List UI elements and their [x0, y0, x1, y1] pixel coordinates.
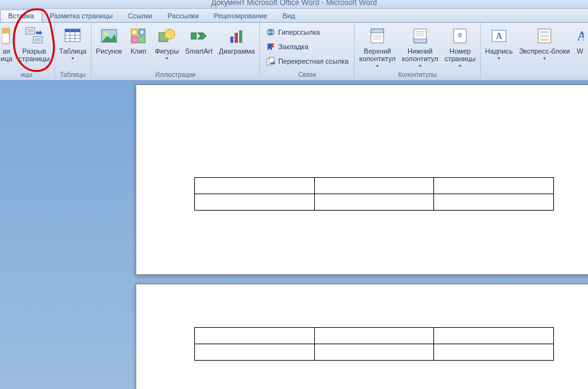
- chevron-down-icon: ▼: [71, 56, 75, 61]
- table-row: [195, 178, 554, 194]
- bookmark-button[interactable]: Закладка: [262, 40, 352, 54]
- smartart-icon: [189, 26, 209, 46]
- tab-review[interactable]: Рецензирование: [206, 10, 275, 22]
- shapes-label: Фигуры: [155, 47, 179, 55]
- bookmark-label: Закладка: [278, 43, 309, 50]
- svg-rect-29: [239, 30, 242, 43]
- chart-label: Диаграмма: [219, 47, 255, 55]
- clip-label: Клип: [131, 47, 146, 55]
- clip-button[interactable]: Клип: [125, 24, 151, 57]
- svg-rect-51: [540, 35, 549, 37]
- tab-insert[interactable]: Вставка: [0, 9, 42, 22]
- svg-rect-1: [2, 28, 9, 33]
- wordart-button[interactable]: A W: [573, 24, 584, 57]
- chevron-down-icon: ▼: [165, 56, 169, 61]
- svg-text:A: A: [577, 29, 584, 43]
- table-row: [195, 194, 554, 211]
- document-page-2[interactable]: [136, 284, 588, 389]
- clip-icon: [128, 26, 148, 46]
- header-icon: [367, 26, 387, 46]
- crossref-button[interactable]: Перекрестная ссылка: [262, 54, 352, 68]
- group-label-illustrations: Иллюстрации: [93, 70, 258, 80]
- page-break-button[interactable]: Разрыв страницы: [16, 24, 53, 64]
- svg-rect-50: [540, 31, 549, 33]
- quickparts-icon: [534, 26, 555, 46]
- chevron-down-icon: ▼: [497, 56, 501, 61]
- header-label: Верхний колонтитул: [359, 47, 396, 62]
- table-button[interactable]: Таблица ▼: [56, 24, 90, 62]
- shapes-button[interactable]: Фигуры ▼: [151, 24, 182, 62]
- table-icon: [62, 26, 83, 46]
- table-label: Таблица: [59, 47, 86, 55]
- svg-point-17: [104, 32, 108, 36]
- hyperlink-label: Гиперссылка: [278, 28, 320, 36]
- wordart-label: W: [577, 47, 583, 55]
- textbox-icon: A: [489, 26, 509, 46]
- page-break-icon: [24, 26, 44, 46]
- svg-rect-28: [235, 33, 238, 43]
- svg-rect-27: [230, 37, 233, 43]
- textbox-label: Надпись: [485, 47, 513, 55]
- ribbon: аяица Разрыв страницы: [0, 23, 588, 81]
- table-row: [195, 344, 554, 361]
- chart-button[interactable]: Диаграмма: [216, 24, 258, 57]
- svg-text:A: A: [496, 32, 503, 41]
- crossref-icon: [266, 56, 276, 66]
- svg-point-25: [165, 29, 175, 39]
- cover-page-icon: [2, 26, 11, 46]
- crossref-label: Перекрестная ссылка: [278, 57, 349, 65]
- page-number-label: Номер страницы: [445, 47, 476, 62]
- ribbon-tabs: Вставка Разметка страницы Ссылки Рассылк…: [0, 9, 588, 23]
- svg-rect-21: [139, 37, 145, 43]
- svg-rect-20: [131, 37, 138, 43]
- window-title-bar: Документ Microsoft Office Word - Microso…: [0, 0, 588, 9]
- ribbon-group-headerfooter: Верхний колонтитул ▼ Нижний колонтитул ▼…: [355, 23, 480, 80]
- ribbon-group-tables: Таблица ▼ Таблицы: [55, 23, 91, 80]
- bookmark-icon: [266, 42, 276, 52]
- tab-page-layout[interactable]: Разметка страницы: [42, 10, 121, 22]
- quickparts-button[interactable]: Экспресс-блоки ▼: [516, 24, 573, 62]
- group-label-headerfooter: Колонтитулы: [356, 70, 478, 80]
- ribbon-group-pages: аяица Разрыв страницы: [0, 23, 55, 80]
- page-number-button[interactable]: # Номер страницы ▼: [442, 24, 479, 70]
- table-row: [195, 328, 554, 344]
- picture-button[interactable]: Рисунок: [93, 24, 126, 57]
- ribbon-group-illustrations: Рисунок Клип Фигуры: [91, 23, 260, 80]
- document-area: [0, 81, 588, 389]
- document-page-1[interactable]: [136, 84, 588, 275]
- quickparts-label: Экспресс-блоки: [519, 47, 570, 55]
- chevron-down-icon: ▼: [418, 64, 422, 68]
- hyperlink-icon: [266, 27, 276, 37]
- ribbon-group-text: A Надпись ▼ Экспресс-блоки ▼ A W: [481, 23, 585, 80]
- tab-references[interactable]: Ссылки: [121, 10, 160, 22]
- footer-icon: [410, 26, 430, 46]
- svg-rect-52: [540, 38, 549, 41]
- chevron-down-icon: ▼: [458, 64, 462, 68]
- window-title: Документ Microsoft Office Word - Microso…: [211, 0, 377, 7]
- tab-mailings[interactable]: Рассылки: [160, 10, 206, 22]
- svg-point-23: [141, 31, 143, 33]
- smartart-label: SmartArt: [185, 47, 212, 55]
- svg-rect-36: [371, 29, 384, 33]
- smartart-button[interactable]: SmartArt: [182, 24, 215, 57]
- chart-icon: [226, 26, 247, 46]
- cover-page-button[interactable]: аяица: [0, 24, 16, 64]
- ribbon-group-links: Гиперссылка Закладка Перекрестная ссылка…: [260, 23, 355, 80]
- shapes-icon: [156, 26, 177, 46]
- svg-rect-11: [65, 29, 80, 32]
- picture-label: Рисунок: [96, 47, 122, 55]
- document-table-2[interactable]: [194, 327, 554, 361]
- group-label-text: [482, 70, 584, 80]
- tab-view[interactable]: Вид: [275, 10, 303, 22]
- hyperlink-button[interactable]: Гиперссылка: [262, 25, 352, 39]
- group-label-links: Связи: [261, 70, 353, 80]
- svg-rect-41: [414, 39, 426, 43]
- chevron-down-icon: ▼: [375, 64, 380, 68]
- group-label-pages: ицы: [0, 70, 53, 80]
- document-table-1[interactable]: [194, 177, 554, 211]
- textbox-button[interactable]: A Надпись ▼: [482, 24, 516, 62]
- header-button[interactable]: Верхний колонтитул ▼: [356, 24, 399, 70]
- cover-page-label: аяица: [1, 47, 13, 62]
- page-break-label: Разрыв страницы: [19, 47, 50, 62]
- footer-button[interactable]: Нижний колонтитул ▼: [399, 24, 442, 70]
